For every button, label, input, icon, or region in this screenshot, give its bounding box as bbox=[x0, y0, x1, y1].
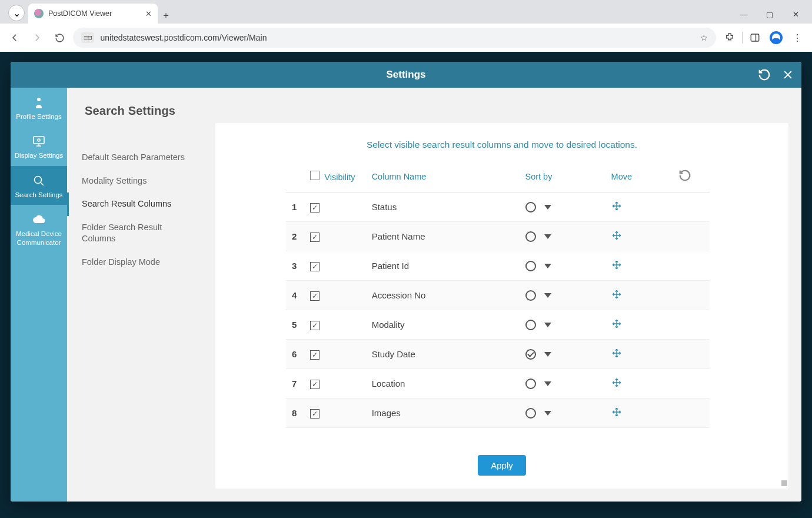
scrollbar-handle[interactable] bbox=[781, 480, 787, 486]
tab-strip: ⌄ PostDICOM Viewer ✕ ＋ ― ▢ ✕ bbox=[0, 0, 812, 24]
bookmark-star-icon[interactable]: ☆ bbox=[700, 33, 708, 42]
sort-radio[interactable] bbox=[525, 290, 536, 301]
svg-rect-0 bbox=[751, 34, 759, 41]
category-display-settings[interactable]: Display Settings bbox=[11, 127, 67, 165]
move-handle[interactable] bbox=[611, 380, 622, 390]
window-close-button[interactable]: ✕ bbox=[783, 5, 808, 24]
reset-columns-button[interactable] bbox=[678, 174, 691, 184]
monitor-icon bbox=[13, 134, 65, 149]
row-index: 2 bbox=[286, 222, 304, 251]
tab-close-icon[interactable]: ✕ bbox=[145, 9, 152, 18]
sort-direction-toggle[interactable] bbox=[544, 293, 551, 298]
sort-direction-toggle[interactable] bbox=[544, 323, 551, 327]
columns-table: Visibility Column Name Sort by Move bbox=[286, 161, 710, 428]
column-name-cell: Patient Name bbox=[366, 222, 520, 251]
settings-subnav: Search Settings Default Search Parameter… bbox=[67, 88, 202, 502]
category-label: Search Settings bbox=[13, 191, 65, 199]
sort-radio[interactable] bbox=[525, 349, 536, 360]
column-name-cell: Patient Id bbox=[366, 251, 520, 281]
category-profile-settings[interactable]: Profile Settings bbox=[11, 88, 67, 127]
visibility-checkbox[interactable]: ✓ bbox=[310, 350, 320, 360]
window-controls: ― ▢ ✕ bbox=[731, 5, 812, 24]
visibility-checkbox[interactable]: ✓ bbox=[310, 380, 320, 389]
column-name-cell: Status bbox=[366, 192, 520, 222]
sort-direction-toggle[interactable] bbox=[544, 381, 551, 386]
side-panel-icon[interactable] bbox=[746, 29, 764, 47]
profile-avatar[interactable] bbox=[767, 29, 785, 47]
sort-direction-toggle[interactable] bbox=[544, 352, 551, 357]
category-medical-device-communicator[interactable]: Medical Device Communicator bbox=[11, 205, 67, 253]
subnav-item[interactable]: Default Search Parameters bbox=[67, 146, 202, 170]
tab-list-button[interactable]: ⌄ bbox=[8, 5, 25, 21]
window-minimize-button[interactable]: ― bbox=[731, 5, 757, 24]
apply-button[interactable]: Apply bbox=[478, 455, 526, 476]
sort-direction-toggle[interactable] bbox=[544, 411, 551, 416]
subnav-item[interactable]: Folder Display Mode bbox=[67, 251, 202, 274]
subnav-item[interactable]: Search Result Columns bbox=[67, 192, 202, 216]
move-handle[interactable] bbox=[611, 409, 622, 419]
new-tab-button[interactable]: ＋ bbox=[158, 7, 174, 24]
sort-direction-toggle[interactable] bbox=[544, 234, 551, 239]
sort-radio[interactable] bbox=[525, 261, 536, 271]
category-search-settings[interactable]: Search Settings bbox=[11, 166, 67, 205]
visibility-checkbox[interactable]: ✓ bbox=[310, 409, 320, 419]
column-name-cell: Accession No bbox=[366, 281, 520, 310]
table-row: 7✓Location bbox=[286, 369, 710, 399]
visibility-checkbox[interactable]: ✓ bbox=[310, 203, 320, 212]
table-row: 2✓Patient Name bbox=[286, 222, 710, 251]
visibility-checkbox[interactable]: ✓ bbox=[310, 262, 320, 271]
row-index: 8 bbox=[286, 399, 304, 428]
move-handle[interactable] bbox=[611, 203, 622, 213]
header-sort-by: Sort by bbox=[525, 172, 553, 181]
browser-chrome: ⌄ PostDICOM Viewer ✕ ＋ ― ▢ ✕ ≡⊟ unitedst… bbox=[0, 0, 812, 52]
move-handle[interactable] bbox=[611, 233, 622, 243]
sort-radio[interactable] bbox=[525, 378, 536, 389]
svg-point-2 bbox=[37, 98, 41, 101]
sort-radio[interactable] bbox=[525, 408, 536, 419]
visibility-checkbox[interactable]: ✓ bbox=[310, 321, 320, 330]
svg-point-5 bbox=[35, 176, 42, 183]
sort-radio[interactable] bbox=[525, 320, 536, 330]
cloud-icon bbox=[13, 212, 65, 227]
move-handle[interactable] bbox=[611, 350, 622, 360]
site-info-icon[interactable]: ≡⊟ bbox=[81, 32, 94, 43]
sort-direction-toggle[interactable] bbox=[544, 264, 551, 268]
move-handle[interactable] bbox=[611, 291, 622, 301]
row-index: 4 bbox=[286, 281, 304, 310]
sort-direction-toggle[interactable] bbox=[544, 205, 551, 210]
nav-reload-button[interactable] bbox=[51, 29, 68, 47]
person-icon bbox=[13, 95, 65, 110]
table-row: 4✓Accession No bbox=[286, 281, 710, 310]
modal-close-button[interactable] bbox=[780, 67, 796, 82]
select-all-checkbox[interactable] bbox=[310, 171, 320, 180]
header-move: Move bbox=[611, 172, 632, 181]
tab-title: PostDICOM Viewer bbox=[48, 9, 141, 18]
category-label: Medical Device Communicator bbox=[13, 230, 65, 247]
modal-header: Settings bbox=[11, 62, 801, 88]
browser-menu-icon[interactable]: ⋮ bbox=[788, 29, 806, 47]
extensions-icon[interactable] bbox=[721, 29, 738, 47]
visibility-checkbox[interactable]: ✓ bbox=[310, 233, 320, 242]
sort-radio[interactable] bbox=[525, 202, 536, 212]
move-handle[interactable] bbox=[611, 321, 622, 331]
category-label: Display Settings bbox=[13, 151, 65, 160]
visibility-checkbox[interactable]: ✓ bbox=[310, 291, 320, 301]
sort-radio[interactable] bbox=[525, 231, 536, 242]
columns-table-scroll[interactable]: Visibility Column Name Sort by Move bbox=[215, 161, 788, 447]
table-row: 6✓Study Date bbox=[286, 340, 710, 369]
move-handle[interactable] bbox=[611, 262, 622, 272]
subnav-item[interactable]: Folder Search Result Columns bbox=[67, 216, 202, 251]
nav-forward-button[interactable] bbox=[28, 29, 46, 47]
row-index: 3 bbox=[286, 251, 304, 281]
modal-refresh-button[interactable] bbox=[757, 67, 772, 82]
svg-rect-3 bbox=[34, 137, 44, 144]
url-field[interactable]: ≡⊟ unitedstateswest.postdicom.com/Viewer… bbox=[73, 28, 716, 48]
column-name-cell: Study Date bbox=[366, 340, 520, 369]
table-row: 1✓Status bbox=[286, 192, 710, 222]
nav-back-button[interactable] bbox=[6, 29, 24, 47]
window-maximize-button[interactable]: ▢ bbox=[757, 5, 783, 24]
page-title: Search Settings bbox=[67, 104, 202, 146]
settings-category-sidebar: Profile Settings Display Settings Search… bbox=[11, 88, 67, 502]
subnav-item[interactable]: Modality Settings bbox=[67, 170, 202, 193]
browser-tab[interactable]: PostDICOM Viewer ✕ bbox=[28, 4, 158, 24]
